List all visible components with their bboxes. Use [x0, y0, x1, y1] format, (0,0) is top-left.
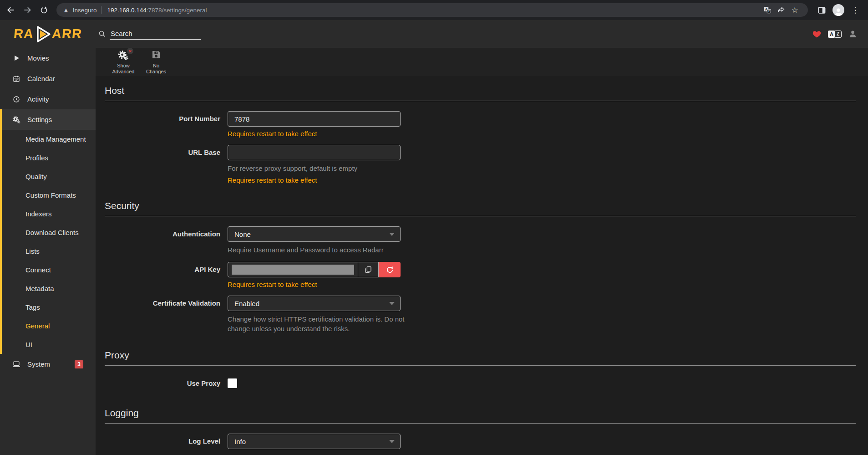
- browser-forward-button[interactable]: [19, 2, 36, 18]
- sidebar-item-movies[interactable]: Movies: [0, 48, 96, 68]
- port-restart-warning: Requires restart to take effect: [228, 130, 401, 138]
- sidebar-item-download-clients[interactable]: Download Clients: [0, 223, 96, 242]
- side-panel-icon: [817, 6, 826, 15]
- sidebar-item-ui[interactable]: UI: [0, 335, 96, 354]
- certificate-validation-value: Enabled: [234, 300, 259, 307]
- section-title-proxy: Proxy: [105, 350, 856, 366]
- browser-back-button[interactable]: [3, 2, 19, 18]
- submenu-label: Download Clients: [25, 229, 79, 236]
- search-area: [98, 29, 201, 40]
- browser-reload-button[interactable]: [36, 2, 52, 18]
- sidebar-item-settings[interactable]: Settings: [0, 109, 96, 130]
- translate-widget[interactable]: A Z: [828, 31, 842, 38]
- caret-down-icon: [389, 302, 395, 305]
- caret-down-icon: [389, 440, 395, 443]
- sidebar-item-lists[interactable]: Lists: [0, 242, 96, 261]
- share-icon: [777, 6, 785, 14]
- bookmark-button[interactable]: ☆: [788, 4, 802, 16]
- sidebar-item-indexers[interactable]: Indexers: [0, 204, 96, 223]
- sidebar-item-calendar[interactable]: Calendar: [0, 68, 96, 89]
- translate-z-icon: Z: [834, 31, 842, 38]
- certificate-validation-label: Certificate Validation: [105, 296, 228, 311]
- authentication-select[interactable]: None: [228, 226, 401, 242]
- sidebar-label: Calendar: [27, 75, 55, 82]
- user-icon[interactable]: [848, 30, 857, 38]
- main-content: × Show Advanced No Changes: [96, 48, 868, 455]
- calendar-icon: [12, 75, 20, 82]
- regenerate-api-key-button[interactable]: [379, 262, 401, 277]
- logo-text-left: RA: [13, 26, 34, 41]
- header-actions: A Z: [812, 30, 868, 38]
- gears-icon: [12, 116, 20, 124]
- browser-profile-avatar[interactable]: [832, 4, 844, 16]
- api-key-group: [228, 262, 401, 277]
- sidebar-label: Settings: [27, 116, 52, 123]
- row-certificate-validation: Certificate Validation Enabled Change ho…: [105, 296, 856, 333]
- sidebar-item-connect[interactable]: Connect: [0, 261, 96, 279]
- address-bar[interactable]: ▲ Inseguro 192.168.0.144:7878/settings/g…: [56, 3, 808, 17]
- sidebar-item-profiles[interactable]: Profiles: [0, 148, 96, 167]
- certificate-validation-select[interactable]: Enabled: [228, 296, 401, 311]
- url-base-input[interactable]: [228, 145, 401, 160]
- search-input[interactable]: [110, 29, 201, 40]
- show-advanced-label-1: Show: [117, 63, 130, 69]
- svg-text:Z: Z: [768, 10, 770, 13]
- omnibox-divider: [101, 6, 102, 14]
- sidebar-item-system[interactable]: System 3: [0, 354, 96, 374]
- url-base-label: URL Base: [105, 145, 228, 160]
- section-security: Security Authentication None Require Use…: [105, 200, 856, 333]
- row-log-level: Log Level Info: [105, 434, 856, 449]
- api-key-label: API Key: [105, 262, 228, 277]
- save-icon: [151, 50, 161, 61]
- section-proxy: Proxy Use Proxy: [105, 350, 856, 391]
- sidebar-item-general[interactable]: General: [0, 317, 96, 335]
- radarr-logo[interactable]: RA ARR: [0, 25, 96, 43]
- translate-icon: A Z: [763, 6, 772, 14]
- sidebar-item-tags[interactable]: Tags: [0, 298, 96, 317]
- submenu-label: Metadata: [25, 285, 54, 292]
- submenu-label: UI: [25, 341, 32, 348]
- clock-icon: [12, 96, 20, 103]
- api-key-input[interactable]: [228, 262, 358, 277]
- sidebar-item-metadata[interactable]: Metadata: [0, 279, 96, 298]
- submenu-label: Tags: [25, 303, 40, 311]
- certificate-validation-help: Change how strict HTTPS certification va…: [228, 314, 406, 333]
- section-host: Host Port Number Requires restart to tak…: [105, 85, 856, 184]
- sidebar-label: Activity: [27, 95, 49, 103]
- sidebar-item-media-management[interactable]: Media Management: [0, 130, 96, 148]
- star-icon: ☆: [791, 5, 798, 15]
- sidebar-item-activity[interactable]: Activity: [0, 89, 96, 109]
- share-button[interactable]: [774, 4, 788, 16]
- show-advanced-button[interactable]: × Show Advanced: [108, 49, 138, 75]
- log-level-label: Log Level: [105, 434, 228, 449]
- translate-button[interactable]: A Z: [761, 4, 774, 16]
- forward-icon: [23, 5, 32, 15]
- url-base-restart-warning: Requires restart to take effect: [228, 176, 401, 184]
- section-title-security: Security: [105, 200, 856, 216]
- sidebar: Movies Calendar Activity: [0, 48, 96, 455]
- use-proxy-checkbox[interactable]: [228, 378, 237, 388]
- menu-dots-icon: ⋮: [850, 5, 861, 15]
- security-status-label[interactable]: Inseguro: [73, 7, 97, 14]
- heart-icon[interactable]: [812, 30, 821, 38]
- sidebar-item-quality[interactable]: Quality: [0, 167, 96, 186]
- side-panel-button[interactable]: [813, 2, 830, 18]
- profile-icon: [833, 7, 843, 16]
- log-level-select[interactable]: Info: [228, 434, 401, 449]
- submenu-label: General: [25, 322, 50, 330]
- warning-icon: ▲: [63, 6, 69, 14]
- authentication-help: Require Username and Password to access …: [228, 245, 401, 255]
- sidebar-settings-group: Settings Media Management Profiles Quali…: [0, 109, 96, 354]
- row-url-base: URL Base For reverse proxy support, defa…: [105, 145, 856, 184]
- sidebar-item-custom-formats[interactable]: Custom Formats: [0, 186, 96, 204]
- browser-menu-button[interactable]: ⋮: [847, 2, 863, 18]
- port-number-input[interactable]: [228, 111, 401, 127]
- copy-api-key-button[interactable]: [358, 262, 379, 277]
- url-base-help: For reverse proxy support, default is em…: [228, 164, 401, 173]
- submenu-label: Quality: [25, 173, 47, 180]
- search-icon: [98, 30, 106, 38]
- url-path: :7878/settings/general: [147, 7, 207, 14]
- save-changes-button[interactable]: No Changes: [141, 49, 171, 75]
- submenu-label: Custom Formats: [25, 191, 76, 199]
- toolbar: × Show Advanced No Changes: [96, 48, 868, 76]
